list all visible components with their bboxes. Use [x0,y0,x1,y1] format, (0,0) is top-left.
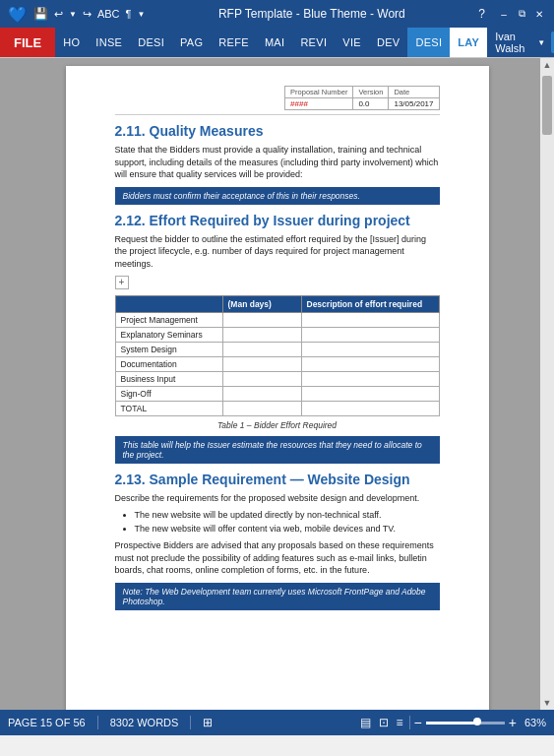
tab-mai[interactable]: MAI [257,28,292,57]
row-mandays [222,371,301,386]
page-indicator: PAGE 15 OF 56 [8,717,86,728]
section-211-note: Bidders must confirm their acceptance of… [115,187,440,205]
col-header-name [115,295,222,312]
row-description [301,371,439,386]
qat-redo[interactable]: ↪ [83,8,92,21]
tab-inse[interactable]: INSE [88,28,130,57]
table-row: Documentation [115,356,439,371]
user-name: Ivan Walsh [495,31,531,54]
dropdown-icon[interactable]: ▼ [537,38,545,47]
qat-more[interactable]: ▼ [137,10,145,19]
close-button[interactable]: ✕ [532,7,546,21]
section-211-heading: 2.11. Quality Measures [115,123,440,139]
page-header: Proposal Number Version Date #### 0.0 13… [115,86,440,115]
tab-desi2[interactable]: DESI [407,28,450,57]
row-description [301,386,439,401]
tab-desi[interactable]: DESI [130,28,172,57]
table-row: Sign-Off [115,386,439,401]
zoom-out-btn[interactable]: − [414,715,422,730]
row-mandays [222,401,301,415]
header-table: Proposal Number Version Date #### 0.0 13… [284,86,439,110]
section-213-body2: Prospective Bidders are advised that any… [115,539,440,577]
table-row: Business Input [115,371,439,386]
tab-ho[interactable]: HO [55,28,88,57]
row-label: Business Input [115,371,222,386]
zoom-in-btn[interactable]: + [509,715,517,730]
document-page: Proposal Number Version Date #### 0.0 13… [66,66,489,710]
row-description [301,312,439,327]
ribbon-tab-row: FILE HO INSE DESI PAG REFE MAI REVI VIE … [0,28,554,57]
tab-pag[interactable]: PAG [172,28,211,57]
section-212-note: This table will help the Issuer estimate… [115,436,440,464]
row-mandays [222,327,301,342]
row-description [301,356,439,371]
version-label: Version [353,87,389,98]
qat-save[interactable]: 💾 [33,7,48,21]
qat-undo[interactable]: ↩ [54,8,63,21]
status-divider-3 [409,716,410,729]
version-value: 0.0 [353,98,389,110]
document-area: Proposal Number Version Date #### 0.0 13… [0,58,554,710]
row-mandays [222,312,301,327]
col-header-mandays: (Man days) [222,295,301,312]
print-layout-btn[interactable]: ▤ [358,716,373,729]
title-left: 💙 💾 ↩ ▼ ↪ ABC ¶ ▼ [8,5,145,24]
tab-refe[interactable]: REFE [211,28,257,57]
qat-format[interactable]: ¶ [126,8,132,20]
user-area: Ivan Walsh ▼ K [487,28,554,57]
table-caption: Table 1 – Bidder Effort Required [115,420,440,430]
section-211: 2.11. Quality Measures State that the Bi… [115,123,440,205]
row-label: Sign-Off [115,386,222,401]
section-212-body: Request the bidder to outline the estima… [115,233,440,271]
ribbon: FILE HO INSE DESI PAG REFE MAI REVI VIE … [0,28,554,58]
restore-button[interactable]: ⧉ [515,7,528,21]
help-button[interactable]: ? [478,7,485,21]
tab-revi[interactable]: REVI [292,28,335,57]
row-description [301,327,439,342]
row-mandays [222,386,301,401]
row-mandays [222,342,301,356]
effort-table: (Man days) Description of effort require… [115,295,440,416]
zoom-slider[interactable] [426,722,505,724]
qat-undo-dropdown[interactable]: ▼ [69,10,77,19]
tab-dev[interactable]: DEV [369,28,408,57]
row-label: Project Management [115,312,222,327]
row-description [301,401,439,415]
section-213-body1: Describe the requirements for the propos… [115,492,440,505]
zoom-area: ▤ ⊡ ≡ − + 63% [358,715,546,730]
section-212-heading: 2.12. Effort Required by Issuer during p… [115,213,440,228]
table-row: Project Management [115,312,439,327]
window-title: RFP Template - Blue Theme - Word [145,7,478,21]
scroll-thumb[interactable] [542,76,552,135]
row-label: TOTAL [115,401,222,415]
list-item: The new website will be updated directly… [135,509,440,523]
row-label: Explanatory Seminars [115,327,222,342]
file-tab[interactable]: FILE [0,28,55,57]
title-bar: 💙 💾 ↩ ▼ ↪ ABC ¶ ▼ RFP Template - Blue Th… [0,0,554,28]
word-count: 8302 WORDS [110,717,179,728]
section-213-note: Note: The Web Development team currently… [115,583,440,610]
row-label: System Design [115,342,222,356]
section-213-heading: 2.13. Sample Requirement — Website Desig… [115,472,440,487]
minimize-button[interactable]: – [497,7,511,21]
zoom-level: 63% [524,717,546,728]
col-header-desc: Description of effort required [301,295,439,312]
scroll-up-arrow[interactable]: ▲ [541,58,554,72]
tab-vie[interactable]: VIE [335,28,369,57]
word-icon: 💙 [8,5,28,24]
date-value: 13/05/2017 [389,98,439,110]
web-layout-btn[interactable]: ⊡ [377,716,391,729]
section-211-body: State that the Bidders must provide a qu… [115,144,440,181]
track-changes-icon[interactable]: ⊞ [203,716,213,729]
read-mode-btn[interactable]: ≡ [395,716,405,729]
proposal-number-label: Proposal Number [285,87,353,98]
tab-lay[interactable]: LAY [450,28,487,57]
scrollbar[interactable]: ▲ ▼ [540,58,554,710]
section-213-bullets: The new website will be updated directly… [135,509,440,536]
row-mandays [222,356,301,371]
qat-spell[interactable]: ABC [97,8,120,20]
row-label: Documentation [115,356,222,371]
status-bar: PAGE 15 OF 56 8302 WORDS ⊞ ▤ ⊡ ≡ − + 63% [0,710,554,735]
table-expand-icon[interactable]: + [115,276,129,289]
scroll-down-arrow[interactable]: ▼ [541,696,554,710]
